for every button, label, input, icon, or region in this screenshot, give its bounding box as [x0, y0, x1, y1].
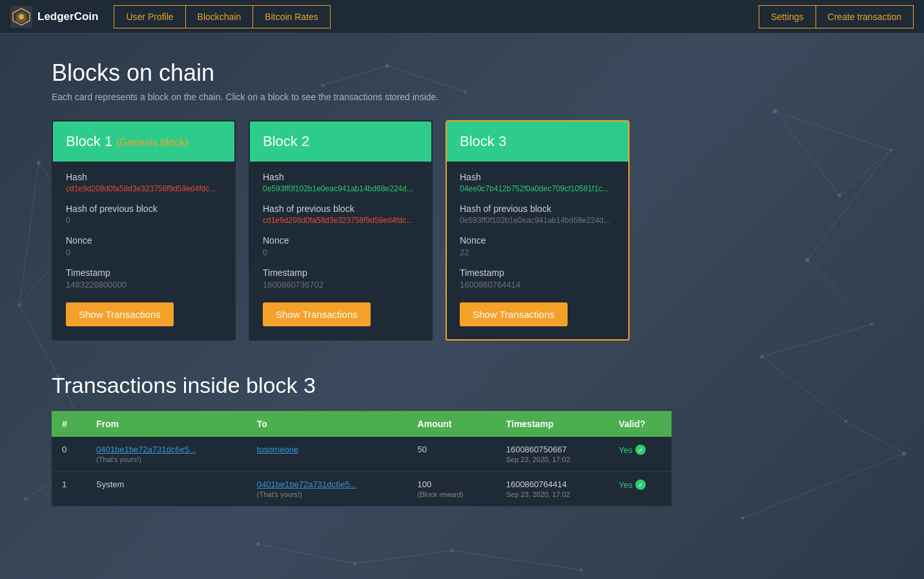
block-1-nonce-value: 0 [66, 247, 221, 257]
table-header-row: # From To Amount Timestamp Valid? [52, 411, 672, 437]
svg-line-44 [355, 551, 452, 563]
row-1-index: 1 [52, 472, 86, 507]
page-subtitle: Each card represents a block on the chai… [52, 92, 885, 102]
block-2-timestamp-field: Timestamp 1600860736702 [263, 268, 418, 290]
row-1-valid: Yes [608, 472, 672, 507]
block-3-hash-label: Hash [460, 172, 615, 182]
block-2-nonce-label: Nonce [263, 235, 418, 246]
block-1-prev-hash-label: Hash of previous block [66, 204, 221, 214]
navbar: LedgerCoin User Profile Blockchain Bitco… [0, 0, 924, 34]
block-1-title: Block 1 [66, 133, 112, 149]
block-card-2: Block 2 Hash 0e593ff0f102b1e0eac941ab14b… [249, 120, 433, 341]
block-2-title: Block 2 [263, 133, 309, 149]
blocks-grid: Block 1(Genesis block) Hash cd1e9d208d0f… [52, 120, 885, 341]
row-1-amount-sub: (Block reward) [418, 490, 486, 498]
brand: LedgerCoin [10, 6, 98, 28]
col-index: # [52, 411, 86, 437]
svg-point-42 [580, 569, 582, 571]
block-2-hash-field: Hash 0e593ff0f102b1e0eac941ab14bd68e224d… [263, 172, 418, 193]
col-to: To [247, 411, 407, 437]
block-3-prev-hash-label: Hash of previous block [460, 204, 615, 214]
block-3-timestamp-label: Timestamp [460, 268, 615, 278]
block-2-prev-hash-field: Hash of previous block cd1e9d208d0fa58d3… [263, 204, 418, 225]
nav-blockchain[interactable]: Blockchain [185, 5, 253, 28]
block-1-hash-value: cd1e9d208d0fa58d3e323758f9d59ed4fdc... [66, 184, 221, 193]
row-0-amount: 50 [407, 437, 496, 472]
row-0-from-sub: (That's yours!) [96, 456, 236, 463]
block-2-timestamp-label: Timestamp [263, 268, 418, 278]
nav-user-profile[interactable]: User Profile [114, 5, 185, 28]
row-1-amount-val: 100 [418, 479, 486, 489]
row-1-ts-sub: Sep 23, 2020, 17:02 [506, 490, 599, 498]
block-1-hash-label: Hash [66, 172, 221, 182]
col-amount: Amount [407, 411, 496, 437]
block-1-timestamp-field: Timestamp 1483228800000 [66, 268, 221, 290]
row-1-to: 0401be1be72a731dc6e5... (That's yours!) [247, 472, 407, 507]
main-content: Blocks on chain Each card represents a b… [0, 34, 924, 532]
svg-point-41 [451, 549, 454, 553]
block-3-body: Hash 04ee0c7b412b752f0a0dec709cf10581f1c… [447, 162, 628, 339]
settings-button[interactable]: Settings [759, 5, 816, 28]
block-1-timestamp-value: 1483228800000 [66, 280, 221, 290]
nav-actions: Settings Create transaction [759, 5, 914, 28]
brand-name: LedgerCoin [37, 10, 98, 23]
block-1-prev-hash-field: Hash of previous block 0 [66, 204, 221, 225]
row-1-from: System [86, 472, 247, 507]
block-card-3: Block 3 Hash 04ee0c7b412b752f0a0dec709cf… [446, 120, 630, 341]
row-0-to-link[interactable]: tosomeone [257, 445, 298, 454]
block-1-nonce-field: Nonce 0 [66, 235, 221, 257]
svg-line-43 [258, 544, 355, 563]
show-transactions-btn-3[interactable]: Show Transactions [460, 302, 568, 326]
block-2-nonce-field: Nonce 0 [263, 235, 418, 257]
block-2-header: Block 2 [250, 121, 431, 162]
block-2-prev-hash-label: Hash of previous block [263, 204, 418, 214]
show-transactions-btn-2[interactable]: Show Transactions [263, 302, 371, 326]
row-1-to-sub: (That's yours!) [257, 490, 397, 498]
block-2-timestamp-value: 1600860736702 [263, 280, 418, 290]
transactions-title: Transactions inside block 3 [52, 373, 885, 398]
row-0-from-link[interactable]: 0401be1be72a731dc6e5... [96, 445, 196, 454]
page-background: Blocks on chain Each card represents a b… [0, 34, 924, 579]
block-2-hash-value: 0e593ff0f102b1e0eac941ab14bd68e224d... [263, 184, 418, 193]
transactions-table: # From To Amount Timestamp Valid? 0 0401… [52, 411, 672, 507]
block-3-nonce-field: Nonce 22 [460, 235, 615, 257]
transactions-section: Transactions inside block 3 # From To Am… [52, 373, 885, 507]
row-1-valid-badge: Yes [619, 479, 661, 490]
row-0-from: 0401be1be72a731dc6e5... (That's yours!) [86, 437, 247, 472]
row-1-amount: 100 (Block reward) [407, 472, 496, 507]
block-3-title: Block 3 [460, 133, 506, 149]
row-0-timestamp: 1600860750667 Sep 23, 2020, 17:02 [496, 437, 609, 472]
block-2-hash-label: Hash [263, 172, 418, 182]
table-row: 0 0401be1be72a731dc6e5... (That's yours!… [52, 437, 672, 472]
create-transaction-button[interactable]: Create transaction [816, 5, 914, 28]
row-1-check-icon [635, 479, 646, 490]
row-1-valid-label: Yes [619, 480, 632, 490]
block-1-nonce-label: Nonce [66, 235, 221, 246]
block-1-header: Block 1(Genesis block) [53, 121, 234, 162]
row-0-ts-sub: Sep 23, 2020, 17:02 [506, 456, 599, 463]
svg-point-3 [19, 14, 24, 19]
row-0-valid: Yes [608, 437, 672, 472]
row-0-valid-badge: Yes [619, 445, 661, 455]
brand-icon [10, 6, 32, 28]
row-1-to-link[interactable]: 0401be1be72a731dc6e5... [257, 479, 357, 489]
row-0-ts-val: 1600860750667 [506, 445, 599, 454]
svg-point-40 [354, 562, 356, 565]
table-row: 1 System 0401be1be72a731dc6e5... (That's… [52, 472, 672, 507]
col-timestamp: Timestamp [496, 411, 609, 437]
svg-point-39 [257, 543, 260, 546]
show-transactions-btn-1[interactable]: Show Transactions [66, 302, 174, 326]
col-from: From [86, 411, 247, 437]
block-1-timestamp-label: Timestamp [66, 268, 221, 278]
block-2-nonce-value: 0 [263, 247, 418, 257]
block-3-header: Block 3 [447, 121, 628, 162]
row-0-index: 0 [52, 437, 86, 472]
block-1-hash-field: Hash cd1e9d208d0fa58d3e323758f9d59ed4fdc… [66, 172, 221, 193]
row-1-ts-val: 1600860764414 [506, 479, 599, 489]
block-3-timestamp-value: 1600860764414 [460, 280, 615, 290]
nav-bitcoin-rates[interactable]: Bitcoin Rates [252, 5, 330, 28]
row-1-from-text: System [96, 479, 124, 489]
svg-line-45 [452, 551, 581, 570]
block-3-nonce-value: 22 [460, 247, 615, 257]
page-title: Blocks on chain [52, 59, 885, 87]
